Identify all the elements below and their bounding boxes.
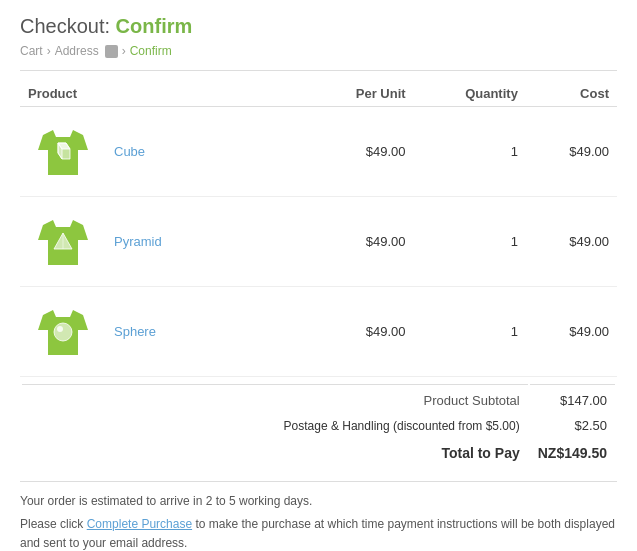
table-row: Pyramid $49.00 1 $49.00 <box>20 197 617 287</box>
total-row: Total to Pay NZ$149.50 <box>22 439 615 467</box>
subtotal-label: Product Subtotal <box>22 384 528 412</box>
col-per-unit: Per Unit <box>306 81 414 107</box>
page-container: Checkout: Confirm Cart › Address › Confi… <box>0 0 637 551</box>
summary-table: Product Subtotal $147.00 Postage & Handl… <box>20 382 617 469</box>
product-table: Product Per Unit Quantity Cost <box>20 81 617 377</box>
title-highlight: Confirm <box>116 15 193 37</box>
product-unit-pyramid: $49.00 <box>306 197 414 287</box>
product-name-pyramid: Pyramid <box>106 197 306 287</box>
total-label: Total to Pay <box>22 439 528 467</box>
product-qty-pyramid: 1 <box>414 197 526 287</box>
page-title: Checkout: Confirm <box>20 15 617 38</box>
product-image-sphere <box>20 287 106 377</box>
col-quantity: Quantity <box>414 81 526 107</box>
complete-purchase-link: Complete Purchase <box>87 517 192 531</box>
breadcrumb-confirm: Confirm <box>130 44 172 58</box>
col-product: Product <box>20 81 106 107</box>
breadcrumb-arrow-2: › <box>122 44 126 58</box>
postage-value: $2.50 <box>530 414 615 437</box>
product-name-sphere: Sphere <box>106 287 306 377</box>
info-section: Your order is estimated to arrive in 2 t… <box>20 481 617 551</box>
info-line1: Your order is estimated to arrive in 2 t… <box>20 492 617 511</box>
product-unit-cube: $49.00 <box>306 107 414 197</box>
product-cost-cube: $49.00 <box>526 107 617 197</box>
subtotal-row: Product Subtotal $147.00 <box>22 384 615 412</box>
product-unit-sphere: $49.00 <box>306 287 414 377</box>
product-qty-sphere: 1 <box>414 287 526 377</box>
col-cost: Cost <box>526 81 617 107</box>
breadcrumb: Cart › Address › Confirm <box>20 44 617 58</box>
subtotal-value: $147.00 <box>530 384 615 412</box>
total-value: NZ$149.50 <box>530 439 615 467</box>
product-qty-cube: 1 <box>414 107 526 197</box>
svg-point-9 <box>57 326 63 332</box>
divider-top <box>20 70 617 71</box>
col-spacer <box>106 81 306 107</box>
breadcrumb-address: Address <box>55 44 99 58</box>
product-image-cube <box>20 107 106 197</box>
product-name-cube: Cube <box>106 107 306 197</box>
svg-point-8 <box>54 323 72 341</box>
product-image-pyramid <box>20 197 106 287</box>
breadcrumb-cart: Cart <box>20 44 43 58</box>
postage-label: Postage & Handling (discounted from $5.0… <box>22 414 528 437</box>
table-row: Cube $49.00 1 $49.00 <box>20 107 617 197</box>
edit-icon[interactable] <box>105 45 118 58</box>
info-line2: Please click Complete Purchase to make t… <box>20 515 617 551</box>
product-cost-sphere: $49.00 <box>526 287 617 377</box>
title-prefix: Checkout: <box>20 15 116 37</box>
postage-row: Postage & Handling (discounted from $5.0… <box>22 414 615 437</box>
product-cost-pyramid: $49.00 <box>526 197 617 287</box>
table-row: Sphere $49.00 1 $49.00 <box>20 287 617 377</box>
breadcrumb-arrow-1: › <box>47 44 51 58</box>
